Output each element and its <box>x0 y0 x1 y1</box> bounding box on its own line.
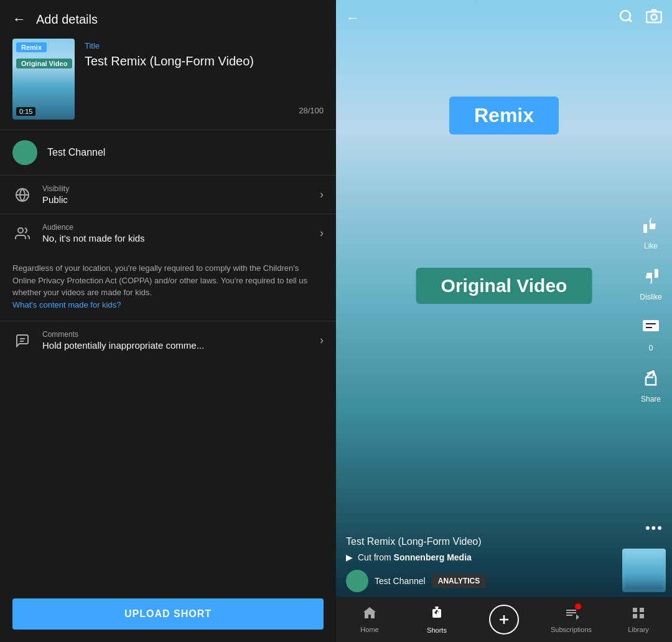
camera-button[interactable] <box>646 9 662 27</box>
visibility-icon <box>12 185 32 205</box>
svg-marker-15 <box>576 615 579 620</box>
comments-chevron: › <box>320 334 324 347</box>
nav-library[interactable]: Library <box>605 606 672 633</box>
bottom-navigation: Home Shorts <box>336 597 672 642</box>
like-label: Like <box>644 242 658 250</box>
dislike-label: Dislike <box>640 293 661 301</box>
nav-create[interactable] <box>470 605 538 635</box>
left-scroll-content: Remix Original Video 0:15 Title 28/100 T… <box>0 39 336 598</box>
audience-value: No, it's not made for kids <box>42 233 310 243</box>
home-label: Home <box>360 626 378 633</box>
more-options-button[interactable]: ••• <box>645 520 663 536</box>
svg-line-6 <box>629 19 632 22</box>
share-icon <box>637 365 665 392</box>
like-action[interactable]: Like <box>637 212 665 250</box>
library-icon <box>631 606 646 623</box>
audience-chevron: › <box>320 227 324 240</box>
channel-row: Test Channel <box>0 130 336 175</box>
channel-row-bottom: Test Channel ANALYTICS <box>346 570 628 592</box>
title-label: Title <box>85 41 324 50</box>
comments-label: Comments <box>42 330 310 339</box>
visibility-value: Public <box>42 194 310 205</box>
video-bottom-title: Test Remix (Long-Form Video) <box>346 536 628 547</box>
visibility-chevron: › <box>320 188 324 201</box>
original-video-overlay-label: Original Video <box>416 268 592 304</box>
left-header: ← Add details <box>0 0 336 39</box>
add-details-panel: ← Add details Remix Original Video 0:15 … <box>0 0 336 642</box>
remix-overlay-label: Remix <box>449 97 559 135</box>
notification-dot <box>575 603 581 610</box>
comments-icon <box>12 331 32 351</box>
channel-avatar <box>12 140 37 165</box>
visibility-row[interactable]: Visibility Public › <box>0 176 336 214</box>
shorts-label: Shorts <box>427 626 447 634</box>
right-header-icons <box>618 9 662 27</box>
comments-text: Comments Hold potentially inappropriate … <box>42 330 310 351</box>
channel-name: Test Channel <box>47 147 105 158</box>
video-meta-section: Remix Original Video 0:15 Title 28/100 <box>0 39 336 130</box>
share-label: Share <box>641 395 661 404</box>
create-icon <box>489 605 519 635</box>
svg-rect-16 <box>633 608 637 612</box>
svg-rect-7 <box>646 12 661 22</box>
cut-from-row: ▶ Cut from Sonnenberg Media <box>346 552 628 562</box>
search-button[interactable] <box>618 9 633 27</box>
nav-subscriptions[interactable]: Subscriptions <box>538 606 605 633</box>
svg-point-5 <box>620 11 630 21</box>
cut-from-text: Cut from Sonnenberg Media <box>358 552 472 562</box>
right-header: ← <box>336 0 672 36</box>
dislike-icon <box>637 263 665 290</box>
video-bottom-info: Test Remix (Long-Form Video) ▶ Cut from … <box>346 536 628 592</box>
svg-point-8 <box>651 14 657 20</box>
dislike-action[interactable]: Dislike <box>637 263 665 301</box>
nav-home[interactable]: Home <box>336 606 403 633</box>
svg-rect-9 <box>643 320 659 331</box>
share-action[interactable]: Share <box>637 365 665 404</box>
comments-row[interactable]: Comments Hold potentially inappropriate … <box>0 321 336 359</box>
svg-rect-19 <box>640 614 644 618</box>
thumb-duration: 0:15 <box>16 107 35 116</box>
audience-label: Audience <box>42 223 310 232</box>
svg-rect-17 <box>640 608 644 612</box>
back-button[interactable]: ← <box>12 11 26 27</box>
audience-row[interactable]: Audience No, it's not made for kids › <box>0 214 336 252</box>
visibility-text: Visibility Public <box>42 184 310 205</box>
nav-shorts[interactable]: Shorts <box>403 605 470 634</box>
audience-icon <box>12 224 32 243</box>
title-input[interactable] <box>85 54 324 68</box>
channel-avatar-small <box>346 570 368 592</box>
page-title: Add details <box>36 12 98 27</box>
shorts-icon <box>430 605 444 624</box>
subscriptions-icon <box>564 606 579 623</box>
like-icon <box>637 212 665 239</box>
right-back-button[interactable]: ← <box>346 10 360 26</box>
subscriptions-label: Subscriptions <box>551 626 592 633</box>
upload-button[interactable]: UPLOAD SHORT <box>12 598 324 630</box>
channel-name-bottom: Test Channel <box>375 576 426 586</box>
coppa-link[interactable]: What's content made for kids? <box>12 300 121 309</box>
svg-rect-12 <box>625 552 663 589</box>
comment-count: 0 <box>649 344 653 352</box>
video-thumbnail: Remix Original Video 0:15 <box>12 39 75 120</box>
coppa-body-text: Regardless of your location, you're lega… <box>12 263 307 297</box>
char-count: 28/100 <box>85 68 324 115</box>
shorts-player-panel: ← Remix Original Video <box>336 0 672 642</box>
comment-action[interactable]: 0 <box>637 314 665 352</box>
remix-badge: Remix <box>16 42 47 52</box>
video-info: Title 28/100 <box>85 39 324 115</box>
svg-rect-18 <box>633 614 637 618</box>
analytics-button[interactable]: ANALYTICS <box>432 574 487 588</box>
play-icon: ▶ <box>346 552 353 562</box>
comment-icon <box>637 314 665 341</box>
original-badge: Original Video <box>16 59 72 68</box>
coppa-section: Regardless of your location, you're lega… <box>0 252 336 321</box>
library-label: Library <box>628 626 649 633</box>
thumbnail-preview <box>622 549 666 592</box>
video-action-sidebar: Like Dislike 0 <box>637 212 665 404</box>
audience-text: Audience No, it's not made for kids <box>42 223 310 243</box>
visibility-label: Visibility <box>42 184 310 193</box>
home-icon <box>362 606 377 623</box>
comments-value: Hold potentially inappropriate comme... <box>42 340 310 351</box>
svg-point-2 <box>18 228 23 233</box>
